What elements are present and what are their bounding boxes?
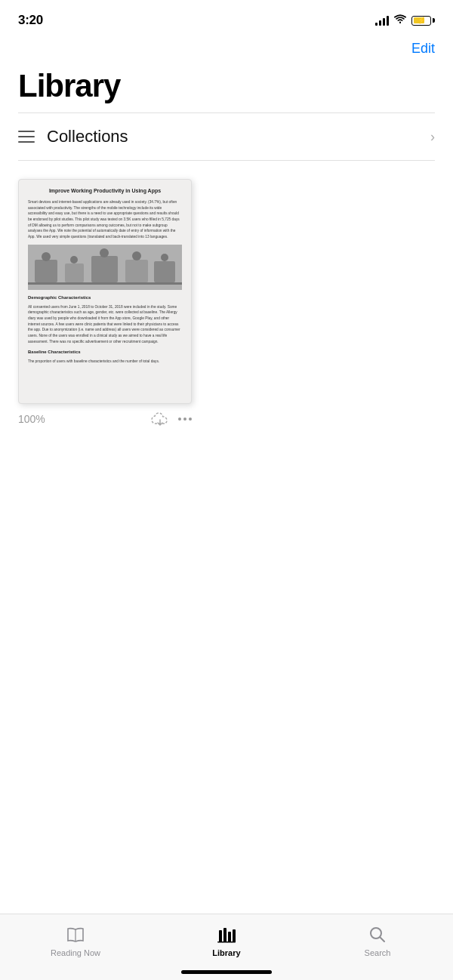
tab-library[interactable]: Library — [151, 924, 302, 957]
svg-point-9 — [70, 256, 78, 263]
chevron-right-icon: › — [430, 129, 435, 145]
collections-row[interactable]: Collections › — [0, 113, 453, 160]
tab-library-label: Library — [212, 948, 240, 957]
more-options-icon[interactable] — [178, 418, 192, 421]
edit-button[interactable]: Edit — [411, 41, 435, 57]
svg-rect-4 — [91, 256, 118, 282]
status-time: 3:20 — [18, 13, 43, 28]
book-body-3: The proportion of users with baseline ch… — [28, 359, 182, 365]
home-indicator — [181, 970, 272, 974]
collections-label: Collections — [47, 127, 128, 146]
svg-rect-15 — [228, 932, 231, 942]
svg-point-8 — [42, 252, 51, 261]
wifi-icon — [393, 14, 407, 27]
edit-section: Edit — [0, 38, 453, 63]
cloud-download-icon[interactable] — [149, 411, 171, 427]
book-body-2: All consented users from June 1, 2018 to… — [28, 304, 182, 345]
tab-search-label: Search — [365, 948, 391, 957]
svg-rect-13 — [219, 930, 222, 942]
tab-search[interactable]: Search — [302, 924, 453, 957]
signal-icon — [375, 15, 389, 26]
svg-rect-5 — [125, 260, 148, 282]
search-icon — [367, 924, 388, 945]
status-icons: ⚡ — [375, 14, 435, 27]
svg-rect-17 — [217, 941, 236, 943]
status-bar: 3:20 ⚡ — [0, 0, 453, 38]
book-metadata: 100% — [18, 411, 192, 427]
svg-rect-2 — [35, 260, 57, 282]
book-body-1: Smart devices and internet-based applica… — [28, 199, 182, 240]
tab-reading-now-label: Reading Now — [51, 948, 100, 957]
book-actions — [149, 411, 192, 427]
library-icon — [216, 924, 237, 945]
svg-rect-14 — [223, 928, 226, 942]
book-section: Improve Working Productivity in Using Ap… — [0, 161, 453, 427]
book-thumbnail: Improve Working Productivity in Using Ap… — [18, 179, 192, 404]
book-section-1: Demographic Characteristics — [28, 294, 182, 301]
book-open-icon — [65, 924, 86, 945]
collections-left: Collections — [18, 127, 128, 146]
svg-rect-16 — [233, 929, 236, 942]
svg-rect-7 — [28, 282, 182, 285]
svg-point-12 — [161, 254, 168, 261]
svg-rect-3 — [65, 263, 84, 282]
tab-reading-now[interactable]: Reading Now — [0, 924, 151, 957]
book-thumbnail-title: Improve Working Productivity in Using Ap… — [28, 187, 182, 195]
svg-rect-6 — [154, 261, 175, 282]
battery-icon: ⚡ — [411, 16, 435, 26]
book-image — [28, 245, 182, 290]
book-card[interactable]: Improve Working Productivity in Using Ap… — [18, 179, 192, 427]
svg-point-10 — [100, 248, 109, 257]
page-title: Library — [0, 63, 453, 112]
svg-point-11 — [132, 251, 141, 260]
book-progress: 100% — [18, 413, 45, 425]
svg-point-0 — [399, 22, 401, 23]
book-section-2: Baseline Characteristics — [28, 349, 182, 356]
hamburger-icon — [18, 131, 35, 143]
